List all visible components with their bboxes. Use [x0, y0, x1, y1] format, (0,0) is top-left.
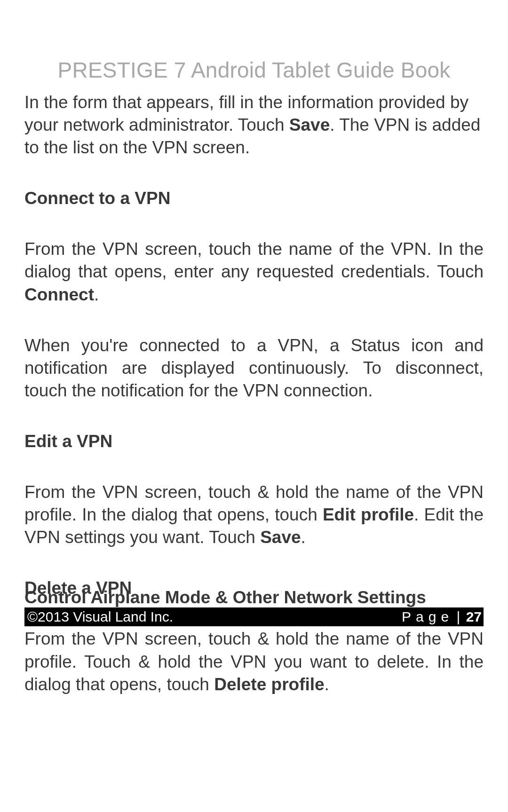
section-heading-airplane: Control Airplane Mode & Other Network Se…: [24, 588, 484, 607]
paragraph-delete: From the VPN screen, touch & hold the na…: [24, 628, 484, 695]
bold-save-2: Save: [260, 528, 301, 547]
page-header-title: PRESTIGE 7 Android Tablet Guide Book: [24, 57, 484, 83]
bold-edit-profile: Edit profile: [323, 505, 414, 524]
text-run: .: [325, 675, 329, 694]
intro-paragraph: In the form that appears, fill in the in…: [24, 91, 484, 159]
text-run: .: [301, 528, 306, 547]
footer-page-indicator: Page | 27: [402, 609, 482, 625]
bold-delete-profile: Delete profile: [214, 675, 324, 694]
text-run: From the VPN screen, touch the name of t…: [24, 239, 484, 281]
footer-copyright: ©2013 Visual Land Inc.: [27, 609, 173, 625]
text-run: .: [94, 285, 99, 304]
document-page: PRESTIGE 7 Android Tablet Guide Book In …: [0, 0, 508, 812]
page-footer-bar: ©2013 Visual Land Inc. Page | 27: [24, 607, 484, 626]
heading-connect-vpn: Connect to a VPN: [24, 187, 484, 210]
footer-page-number: 27: [466, 609, 482, 624]
paragraph-connect-2: When you're connected to a VPN, a Status…: [24, 334, 484, 402]
paragraph-edit: From the VPN screen, touch & hold the na…: [24, 481, 484, 549]
heading-edit-vpn: Edit a VPN: [24, 430, 484, 453]
paragraph-connect-1: From the VPN screen, touch the name of t…: [24, 238, 484, 306]
bold-save: Save: [289, 115, 330, 134]
footer-pipe: |: [452, 609, 464, 624]
footer-page-word: Page: [402, 609, 453, 624]
bold-connect: Connect: [24, 285, 94, 304]
heading-airplane-mode: Control Airplane Mode & Other Network Se…: [24, 588, 484, 607]
